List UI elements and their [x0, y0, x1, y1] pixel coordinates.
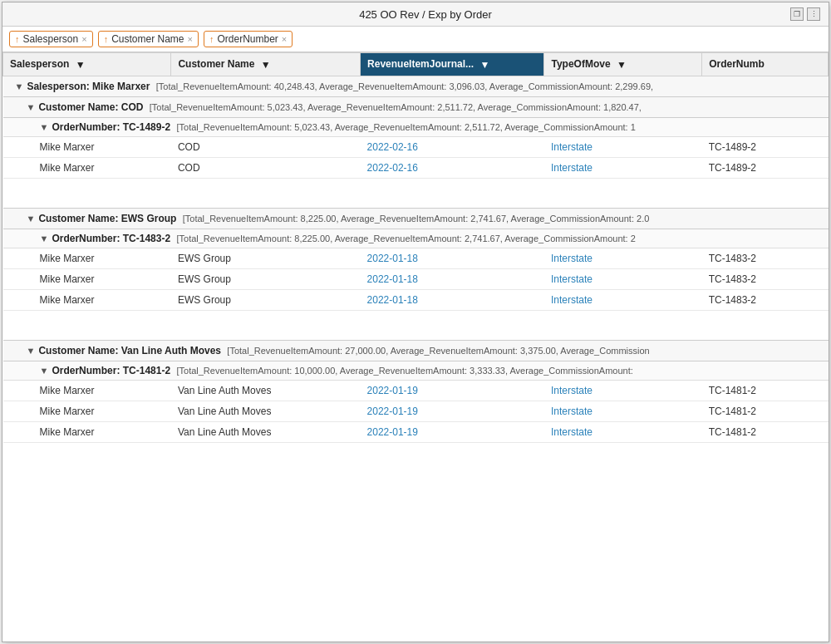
main-window: 425 OO Rev / Exp by Order ❐ ⋮ ↑ Salesper…: [2, 2, 829, 642]
groupby-pill-customer-name[interactable]: ↑ Customer Name ×: [98, 31, 199, 47]
customer-group-row[interactable]: ▼Customer Name: COD [Total_RevenueItemAm…: [3, 96, 829, 117]
pill-label-order-number: OrderNumber: [217, 33, 278, 45]
table-row: Mike MarxerVan Line Auth Moves2022-01-19…: [3, 421, 829, 442]
expand-order-icon[interactable]: ▼: [40, 366, 49, 376]
table-row: Mike MarxerCOD2022-02-16InterstateTC-148…: [3, 157, 829, 178]
expand-customer-icon[interactable]: ▼: [27, 214, 36, 224]
table-header-row: Salesperson ▼ Customer Name ▼ RevenueIte…: [3, 53, 829, 76]
customer-group-row[interactable]: ▼Customer Name: EWS Group [Total_Revenue…: [3, 208, 829, 229]
sort-asc-icon: ↑: [15, 34, 20, 44]
table-container: Salesperson ▼ Customer Name ▼ RevenueIte…: [2, 52, 829, 642]
sort-asc-icon-2: ↑: [104, 34, 109, 44]
remove-order-group-icon[interactable]: ×: [282, 34, 287, 44]
sort-asc-icon-3: ↑: [209, 34, 214, 44]
expand-customer-icon[interactable]: ▼: [27, 102, 36, 112]
spacer-row: [3, 442, 829, 457]
remove-customer-group-icon[interactable]: ×: [188, 34, 193, 44]
window-controls: ❐ ⋮: [790, 7, 820, 21]
table-row: Mike MarxerEWS Group2022-01-18Interstate…: [3, 268, 829, 289]
pill-label-customer-name: Customer Name: [111, 33, 184, 45]
filter-revenue-icon[interactable]: ▼: [479, 59, 489, 71]
restore-button[interactable]: ❐: [790, 7, 804, 21]
groupby-bar: ↑ Salesperson × ↑ Customer Name × ↑ Orde…: [2, 27, 829, 52]
order-group-row[interactable]: ▼OrderNumber: TC-1481-2 [Total_RevenueIt…: [3, 361, 829, 380]
table-row: Mike MarxerVan Line Auth Moves2022-01-19…: [3, 401, 829, 421]
spacer-row: [3, 325, 829, 340]
col-header-type-of-move: TypeOfMove ▼: [544, 53, 702, 76]
table-row: Mike MarxerEWS Group2022-01-18Interstate…: [3, 289, 829, 310]
order-group-row[interactable]: ▼OrderNumber: TC-1483-2 [Total_RevenueIt…: [3, 229, 829, 248]
col-header-order-number: OrderNumb: [702, 53, 829, 76]
table-row: Mike MarxerCOD2022-02-16InterstateTC-148…: [3, 136, 829, 157]
groupby-pill-order-number[interactable]: ↑ OrderNumber ×: [204, 31, 293, 47]
expand-order-icon[interactable]: ▼: [40, 122, 49, 132]
customer-group-row[interactable]: ▼Customer Name: Van Line Auth Moves [Tot…: [3, 340, 829, 361]
expand-order-icon[interactable]: ▼: [40, 234, 49, 243]
main-table: Salesperson ▼ Customer Name ▼ RevenueIte…: [2, 52, 829, 472]
table-row: Mike MarxerVan Line Auth Moves2022-01-19…: [3, 380, 829, 401]
table-row: Mike MarxerEWS Group2022-01-18Interstate…: [3, 248, 829, 268]
window-title: 425 OO Rev / Exp by Order: [61, 8, 790, 21]
order-group-row[interactable]: ▼OrderNumber: TC-1489-2 [Total_RevenueIt…: [3, 117, 829, 136]
spacer-row: [3, 193, 829, 208]
pill-label-salesperson: Salesperson: [23, 33, 79, 45]
remove-salesperson-group-icon[interactable]: ×: [81, 34, 86, 44]
expand-customer-icon[interactable]: ▼: [27, 346, 36, 356]
filter-customer-icon[interactable]: ▼: [261, 59, 271, 71]
col-header-customer-name: Customer Name ▼: [171, 53, 361, 76]
menu-button[interactable]: ⋮: [807, 7, 820, 21]
spacer-row: [3, 310, 829, 325]
filter-salesperson-icon[interactable]: ▼: [76, 59, 86, 71]
filter-typemove-icon[interactable]: ▼: [617, 59, 627, 71]
expand-salesperson-icon[interactable]: ▼: [15, 81, 24, 91]
salesperson-group-row[interactable]: ▼Salesperson: Mike Marxer [Total_Revenue…: [3, 76, 829, 96]
groupby-pill-salesperson[interactable]: ↑ Salesperson ×: [9, 31, 93, 47]
spacer-row: [3, 457, 829, 472]
title-bar: 425 OO Rev / Exp by Order ❐ ⋮: [2, 2, 829, 27]
spacer-row: [3, 178, 829, 193]
col-header-salesperson: Salesperson ▼: [3, 53, 171, 76]
col-header-revenue-journal: RevenueItemJournal... ▼: [361, 53, 544, 76]
